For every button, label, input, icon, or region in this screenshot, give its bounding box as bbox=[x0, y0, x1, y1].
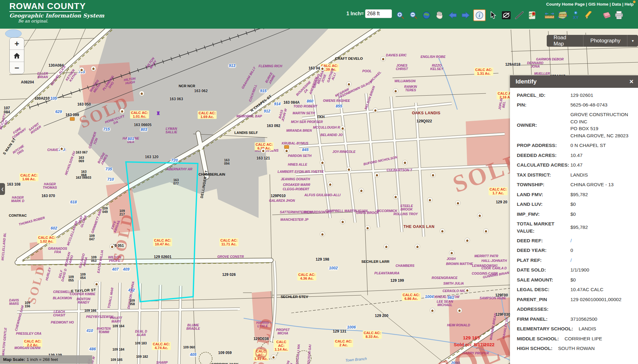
print-tool-button[interactable] bbox=[613, 10, 625, 21]
field-label: SALE AMOUNT: bbox=[517, 277, 570, 283]
basemap-switcher: Road Map Photography ▾ bbox=[547, 35, 638, 47]
sidebar-collapse-tab[interactable]: ❮ bbox=[0, 183, 5, 195]
field-label: ELEMENTARY SCHOOL: bbox=[517, 325, 573, 332]
xy-coordinates-tool-button[interactable]: XY bbox=[570, 10, 581, 21]
eraser-tool-button[interactable] bbox=[600, 10, 612, 21]
home-icon bbox=[13, 53, 20, 59]
field-value: 10.47AC CALC bbox=[570, 286, 603, 293]
basemap-roadmap-button[interactable]: Road Map bbox=[547, 35, 583, 47]
identify-row: MIDDLE SCHOOL:CORRIHER LIPE bbox=[517, 334, 635, 343]
field-value: SOUTH ROWAN bbox=[558, 345, 595, 352]
field-value: 1/1/1900 bbox=[570, 267, 589, 273]
field-value: 129 02601 bbox=[570, 92, 593, 99]
field-label: LAND FMV: bbox=[517, 191, 570, 198]
header-link-gis-home[interactable]: GIS Home bbox=[588, 2, 608, 7]
zoom-out-tool-button[interactable] bbox=[408, 10, 419, 21]
identify-row: PLAT REF:/ bbox=[517, 255, 635, 265]
identify-fields: PARCEL_ID:129 02601PIN:5625-06-48-0743OW… bbox=[510, 88, 638, 353]
field-value: 0 N CHAPEL ST bbox=[570, 142, 606, 149]
field-value[interactable]: / bbox=[570, 257, 572, 264]
field-label: PROP ADDRESS: bbox=[517, 142, 570, 149]
field-value: 0 bbox=[570, 247, 573, 254]
identify-row: PARENT_PIN129 0260100001,00002 bbox=[517, 295, 635, 304]
field-label: OWNER: bbox=[517, 122, 570, 129]
field-value[interactable]: / bbox=[570, 237, 572, 244]
full-extent-tool-button[interactable] bbox=[421, 10, 432, 21]
header-link-data[interactable]: Data bbox=[612, 2, 621, 7]
zoom-out-icon bbox=[409, 11, 417, 19]
basemap-photography-button[interactable]: Photography bbox=[583, 35, 627, 47]
header-link-county-home-page[interactable]: County Home Page bbox=[546, 2, 585, 7]
select-pointer-tool-button[interactable] bbox=[488, 10, 499, 21]
identify-row: IMP_FMV:$0 bbox=[517, 209, 635, 219]
field-label: HIGH SCHOOL: bbox=[517, 345, 553, 352]
field-value: CORRIHER LIPE bbox=[564, 335, 602, 342]
identify-panel-header: Identify ✕ bbox=[510, 75, 638, 88]
home-button[interactable] bbox=[10, 50, 24, 62]
scale-input[interactable] bbox=[365, 9, 392, 18]
field-value: LANDIS bbox=[579, 325, 596, 332]
google-maps-tool-button[interactable] bbox=[527, 10, 538, 21]
field-value: $95,782 bbox=[570, 191, 588, 198]
notification-dot-icon bbox=[633, 1, 636, 3]
field-value: 5625-06-48-0743 bbox=[570, 102, 607, 108]
zoom-out-button[interactable]: − bbox=[10, 62, 24, 74]
identify-row: PIN:5625-06-48-0743 bbox=[517, 100, 635, 110]
svg-text:i: i bbox=[479, 13, 480, 18]
field-value: $0 bbox=[570, 211, 576, 218]
close-icon[interactable]: ✕ bbox=[629, 78, 634, 85]
measure-area-tool-button[interactable] bbox=[557, 10, 568, 21]
field-label: DEED YEAR: bbox=[517, 247, 570, 254]
identify-row: CALCULATED ACRES:10.47 bbox=[517, 160, 635, 170]
field-value: $0 bbox=[570, 201, 576, 208]
measure-distance-icon bbox=[544, 11, 555, 19]
identify-row: ADDRESSES: bbox=[517, 305, 635, 314]
zoom-in-button[interactable]: + bbox=[10, 38, 24, 50]
toolbar: iXY bbox=[394, 9, 626, 21]
clear-selection-tool-button[interactable] bbox=[501, 10, 512, 21]
measure-line-tool-button[interactable] bbox=[514, 10, 525, 21]
logo-divider bbox=[9, 11, 81, 12]
identify-panel: Identify ✕ PARCEL_ID:129 02601PIN:5625-0… bbox=[510, 75, 638, 364]
identify-row: SALE AMOUNT:$0 bbox=[517, 275, 635, 285]
field-value: $0 bbox=[570, 277, 576, 283]
draw-pencil-icon bbox=[585, 11, 593, 19]
previous-extent-tool-button[interactable] bbox=[447, 10, 458, 21]
field-value: LANDIS bbox=[570, 172, 588, 178]
draw-pencil-tool-button[interactable] bbox=[583, 10, 594, 21]
next-extent-tool-button[interactable] bbox=[460, 10, 471, 21]
basemap-dropdown-caret[interactable]: ▾ bbox=[627, 35, 638, 47]
xy-coordinates-icon: XY bbox=[571, 11, 580, 20]
field-value: $95,782 bbox=[570, 224, 588, 231]
pan-tool-button[interactable] bbox=[434, 10, 445, 21]
field-label: LAND LUV: bbox=[517, 201, 570, 208]
map-scale-label: Map Scale: bbox=[3, 357, 25, 362]
identify-row: LEGAL DESC:10.47AC CALC bbox=[517, 285, 635, 295]
next-extent-icon bbox=[461, 12, 470, 19]
field-label: PIN: bbox=[517, 102, 570, 108]
pan-icon bbox=[436, 11, 443, 19]
field-label: PARENT_PIN bbox=[517, 296, 570, 303]
identify-row: DEEDED ACRES:10.47 bbox=[517, 150, 635, 160]
select-pointer-icon bbox=[490, 11, 497, 19]
field-label: TAX DISTRICT: bbox=[517, 172, 570, 178]
field-label: LEGAL DESC: bbox=[517, 286, 570, 293]
header-link-help[interactable]: Help bbox=[625, 2, 634, 7]
field-value: 10.47 bbox=[570, 152, 583, 159]
map-scale-bar: Map Scale: 1 inch = 268 feet bbox=[0, 355, 92, 364]
measure-distance-tool-button[interactable] bbox=[544, 10, 555, 21]
zoom-in-icon bbox=[396, 11, 404, 19]
field-label: FIRM PANEL: bbox=[517, 316, 570, 323]
identify-row: DEED YEAR:0 bbox=[517, 246, 635, 255]
identify-tool-button[interactable]: i bbox=[473, 9, 486, 21]
identify-row: LAND FMV:$95,782 bbox=[517, 190, 635, 199]
field-label: IMP_FMV: bbox=[517, 211, 570, 218]
field-value: 10.47 bbox=[570, 162, 583, 168]
map-scale-value: 1 inch = 268 feet bbox=[27, 357, 58, 362]
identify-row: FIRM PANEL:3710562500 bbox=[517, 314, 635, 324]
identify-row: DATE SOLD:1/1/1900 bbox=[517, 265, 635, 275]
scale-label: 1 Inch= bbox=[346, 11, 364, 17]
field-label: PLAT REF: bbox=[517, 257, 570, 264]
zoom-in-tool-button[interactable] bbox=[395, 10, 406, 21]
field-label: DEEDED ACRES: bbox=[517, 152, 570, 159]
